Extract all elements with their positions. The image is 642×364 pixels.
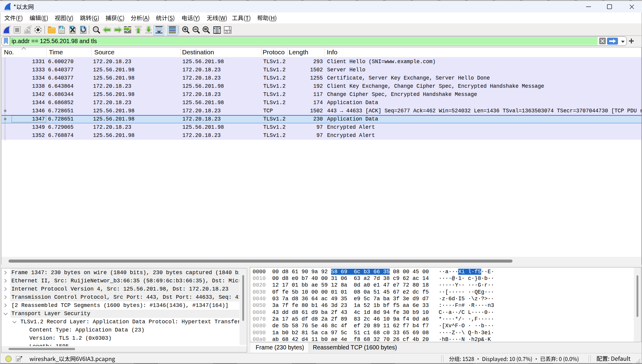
svg-text:3: 3: [229, 30, 230, 33]
svg-text:2: 2: [225, 30, 227, 33]
svg-text:0111: 0111: [60, 32, 64, 34]
svg-text:1: 1: [228, 26, 230, 30]
